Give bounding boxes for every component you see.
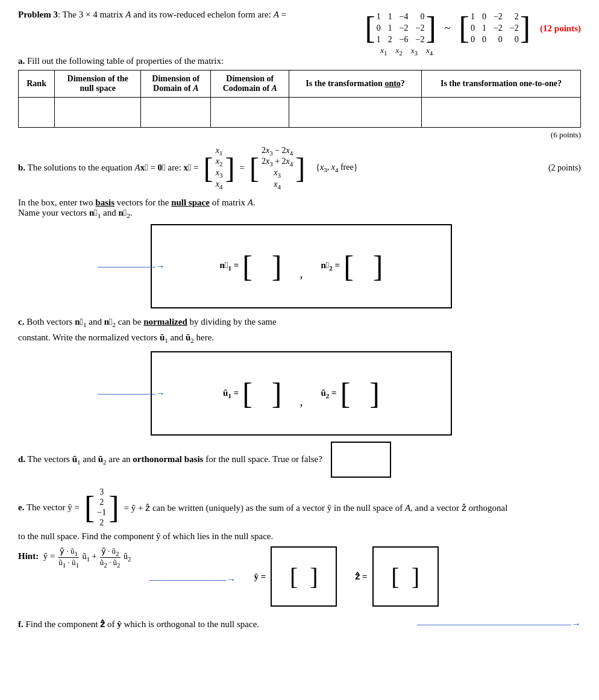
yhat-answer-box[interactable]: [ ]: [271, 546, 337, 607]
n1-bracket-left: [: [242, 251, 252, 281]
matrix-A-content: 11−40 01−2−2 12−6−2: [377, 12, 425, 45]
table-row: [19, 97, 581, 127]
hint-formula: ỹ · ũ1 ũ1 · ũ1 ũ1 + ỹ · ũ2 ũ2 · ũ2 ũ2: [57, 552, 131, 561]
col-domain-dim: Dimension ofDomain of A: [141, 70, 211, 97]
col-onto: Is the transformation onto?: [289, 70, 422, 97]
u1-vec-answer: ũ1 = [ ]: [223, 374, 281, 413]
matrix-A-close-bracket: ]: [426, 13, 436, 44]
part-e-line2: to the null space. Find the component ŷ …: [18, 531, 581, 542]
u2-bracket-right: ]: [369, 378, 380, 408]
part-d-answer-box[interactable]: [331, 442, 391, 478]
u2-vec-answer: ũ2 = [ ]: [321, 374, 380, 413]
hint-section: Hint: ŷ = ỹ · ũ1 ũ1 · ũ1 ũ1 + ỹ · ũ2 ũ2 …: [18, 546, 131, 568]
n2-label: n⃗2 =: [321, 260, 340, 272]
u1-u2-answer-box[interactable]: ——————→ ũ1 = [ ] , ũ2 = [ ]: [151, 351, 452, 436]
part-e: e. The vector ŷ = [ 3 2 −1 2 ] = ŷ + ẑ c…: [18, 486, 581, 542]
hint-label: Hint: ŷ =: [18, 551, 57, 561]
yhat-label: ŷ =: [254, 572, 266, 582]
part-f: f. Find the component ẑ of ŷ which is or…: [18, 619, 581, 630]
part-d-text: d. The vectors ũ1 and ũ2 are an orthonor…: [18, 454, 322, 466]
yhat-answer-area: ŷ = [ ]: [254, 546, 337, 607]
part-b: b. The solutions to the equation Ax⃗ = 0…: [18, 145, 581, 192]
var-labels: x1 x2 x3 x4: [380, 46, 433, 57]
cell-onto[interactable]: [289, 97, 422, 127]
n1-n2-inner: n⃗1 = [ ] , n⃗2 = [ ]: [164, 246, 439, 286]
part-e-text: e. The vector ŷ = [ 3 2 −1 2 ] = ŷ + ẑ c…: [18, 486, 581, 529]
matrix-rref-content: 10−22 01−2−2 0000: [471, 12, 519, 45]
col-null-dim: Dimension of thenull space: [55, 70, 141, 97]
matrix-rref-close-bracket: ]: [520, 13, 530, 44]
zhat-answer-box[interactable]: [ ]: [372, 546, 439, 607]
matrix-rref-open-bracket: [: [459, 13, 469, 44]
n2-entries[interactable]: [357, 246, 369, 286]
comma1: ,: [300, 267, 303, 281]
part-a-label: a. Fill out the following table of prope…: [18, 56, 581, 66]
n2-bracket-right: ]: [373, 251, 383, 281]
n1-entries[interactable]: [256, 246, 268, 286]
points-2: (2 points): [548, 163, 581, 173]
part-c-text: c. Both vectors n⃗1 and n⃗2 can be norma…: [18, 314, 581, 346]
part-c: c. Both vectors n⃗1 and n⃗2 can be norma…: [18, 314, 581, 346]
hint-and-answers: Hint: ŷ = ỹ · ũ1 ũ1 · ũ1 ũ1 + ỹ · ũ2 ũ2 …: [18, 546, 581, 607]
cell-null-dim[interactable]: [55, 97, 141, 127]
n1-label: n⃗1 =: [220, 260, 239, 272]
u1-u2-inner: ũ1 = [ ] , ũ2 = [ ]: [164, 374, 439, 413]
n1-vec-answer: n⃗1 = [ ]: [220, 246, 282, 286]
zhat-answer-area: ẑ = [ ]: [355, 546, 438, 607]
free-vars: {x3, x4 free}: [316, 163, 357, 173]
part-a: a. Fill out the following table of prope…: [18, 56, 581, 140]
y-vec: [ 3 2 −1 2 ]: [84, 486, 119, 529]
n1-bracket-right: ]: [272, 251, 282, 281]
n2-vec-answer: n⃗2 = [ ]: [321, 246, 383, 286]
zhat-label: ẑ =: [355, 571, 367, 582]
comma2: ,: [300, 395, 303, 408]
part-b-text: b. The solutions to the equation Ax⃗ = 0…: [18, 163, 199, 173]
properties-table: Rank Dimension of thenull space Dimensio…: [18, 70, 581, 128]
blue-arrow-u: ——————→: [98, 388, 165, 399]
col-one-to-one: Is the transformation one-to-one?: [421, 70, 580, 97]
part-f-text: f. Find the component ẑ of ŷ which is or…: [18, 619, 581, 630]
u2-bracket-left: [: [340, 378, 351, 408]
problem-header: [ 11−40 01−2−2 12−6−2 ] ~ [ 10−22 01−2−2…: [18, 12, 581, 20]
cell-codomain-dim[interactable]: [211, 97, 289, 127]
matrix-A-open-bracket: [: [365, 13, 375, 44]
sim-symbol: ~: [445, 22, 451, 35]
n2-bracket-left: [: [343, 251, 354, 281]
n1-n2-answer-box[interactable]: ——————→ n⃗1 = [ ] , n⃗2 = [ ]: [151, 224, 452, 308]
part-d: d. The vectors ũ1 and ũ2 are an orthonor…: [18, 442, 581, 478]
u1-bracket-right: ]: [272, 378, 282, 408]
cell-rank[interactable]: [19, 97, 55, 127]
cell-domain-dim[interactable]: [141, 97, 211, 127]
col-vec-right: [ 2x3 − 2x4 2x3 + 2x4 x3 x4 ]: [249, 145, 305, 192]
col-rank: Rank: [19, 70, 55, 97]
u2-label: ũ2 =: [321, 388, 337, 399]
u1-entries[interactable]: [256, 374, 268, 413]
blue-arrow-n: ——————→: [98, 261, 165, 272]
blue-arrow-yhat: ————————→: [149, 574, 236, 585]
u2-entries[interactable]: [354, 374, 366, 413]
col-vec-left: [ x1 x2 x3 x4 ]: [204, 145, 235, 192]
equals-sign: =: [239, 163, 244, 173]
points-6: (6 points): [18, 130, 581, 140]
points-12: (12 points): [540, 23, 581, 34]
cell-one-to-one[interactable]: [421, 97, 580, 127]
col-codomain-dim: Dimension ofCodomain of A: [211, 70, 289, 97]
part-b2-text: In the box, enter two basis vectors for …: [18, 198, 581, 219]
u1-bracket-left: [: [242, 378, 252, 408]
u1-label: ũ1 =: [223, 388, 239, 399]
blue-arrow-f: ————————————————→: [417, 619, 581, 630]
